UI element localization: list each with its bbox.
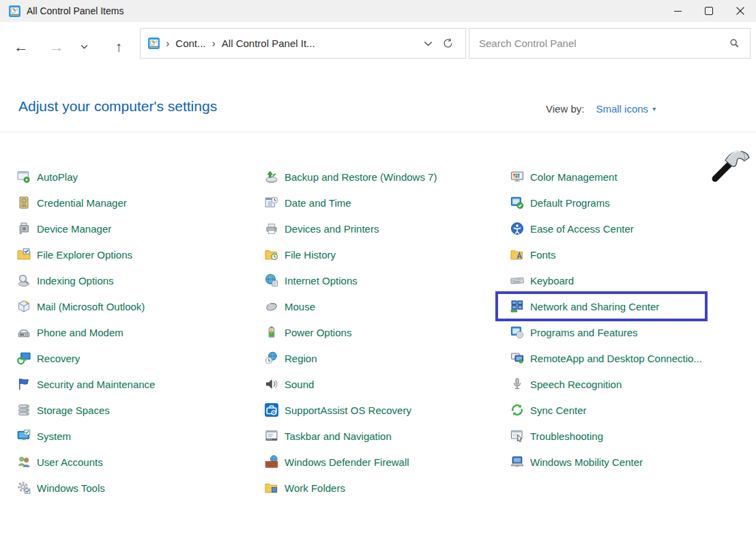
item-sync-center[interactable]: Sync Center: [510, 397, 751, 423]
forward-button[interactable]: →: [44, 22, 70, 72]
item-credential-manager[interactable]: Credential Manager: [17, 190, 265, 216]
device-manager-icon: [17, 222, 31, 235]
item-fonts[interactable]: Fonts: [510, 241, 751, 267]
item-speech-recognition[interactable]: Speech Recognition: [510, 371, 751, 397]
page-title: Adjust your computer's settings: [18, 98, 217, 115]
item-mouse[interactable]: Mouse: [265, 293, 510, 319]
chevron-down-icon: [81, 44, 88, 49]
address-dropdown-button[interactable]: [424, 41, 433, 46]
refresh-button[interactable]: [442, 38, 454, 49]
item-label: Backup and Restore (Windows 7): [285, 171, 437, 183]
mail-icon: [17, 299, 31, 313]
search-box[interactable]: [469, 28, 751, 59]
item-windows-tools[interactable]: Windows Tools: [17, 475, 265, 501]
items-column-3: Color Management Default Programs Ease o…: [510, 164, 751, 501]
sound-icon: [265, 377, 278, 391]
window-title: All Control Panel Items: [27, 5, 123, 16]
item-autoplay[interactable]: AutoPlay: [17, 164, 265, 190]
item-windows-mobility-center[interactable]: Windows Mobility Center: [510, 449, 751, 475]
item-label: Date and Time: [285, 197, 351, 209]
view-by-label: View by:: [546, 103, 584, 115]
item-sound[interactable]: Sound: [265, 371, 510, 397]
item-device-manager[interactable]: Device Manager: [17, 216, 265, 241]
address-bar[interactable]: › Cont... › All Control Panel It...: [140, 28, 466, 59]
item-remoteapp[interactable]: RemoteApp and Desktop Connectio...: [510, 345, 751, 371]
keyboard-icon: [510, 274, 524, 287]
item-label: Windows Defender Firewall: [285, 456, 409, 468]
item-keyboard[interactable]: Keyboard: [510, 267, 751, 293]
item-troubleshooting[interactable]: Troubleshooting: [510, 423, 751, 449]
item-mail[interactable]: Mail (Microsoft Outlook): [17, 293, 265, 319]
item-recovery[interactable]: Recovery: [17, 345, 265, 371]
item-devices-and-printers[interactable]: Devices and Printers: [265, 216, 510, 241]
item-label: Indexing Options: [37, 275, 114, 287]
item-label: Sound: [285, 379, 314, 390]
sync-center-icon: [510, 403, 524, 417]
internet-options-icon: [265, 274, 278, 287]
system-icon: [17, 429, 31, 443]
indexing-options-icon: [17, 274, 31, 287]
date-and-time-icon: [265, 196, 278, 209]
item-backup-and-restore[interactable]: Backup and Restore (Windows 7): [265, 164, 510, 190]
supportassist-os-recovery-icon: [265, 403, 278, 417]
item-label: Power Options: [285, 327, 351, 338]
control-panel-items-grid: AutoPlay Credential Manager Device Manag…: [0, 132, 756, 501]
item-taskbar-and-navigation[interactable]: Taskbar and Navigation: [265, 423, 510, 449]
item-windows-defender-firewall[interactable]: Windows Defender Firewall: [265, 449, 510, 475]
windows-defender-firewall-icon: [265, 455, 278, 469]
search-button[interactable]: [729, 38, 740, 48]
maximize-icon: [705, 7, 713, 15]
back-button[interactable]: ←: [8, 22, 34, 72]
item-region[interactable]: Region: [265, 345, 510, 371]
breadcrumb-control-panel[interactable]: Cont...: [175, 38, 205, 49]
breadcrumb-separator-icon: ›: [212, 38, 216, 49]
minimize-icon: [674, 11, 682, 12]
item-security-and-maintenance[interactable]: Security and Maintenance: [17, 371, 265, 397]
item-phone-and-modem[interactable]: Phone and Modem: [17, 319, 265, 345]
item-storage-spaces[interactable]: Storage Spaces: [17, 397, 265, 423]
item-supportassist-os-recovery[interactable]: SupportAssist OS Recovery: [265, 397, 510, 423]
speech-recognition-icon: [510, 377, 524, 391]
window-controls: [662, 0, 756, 22]
item-label: Color Management: [530, 171, 617, 183]
item-date-and-time[interactable]: Date and Time: [265, 190, 510, 216]
item-power-options[interactable]: Power Options: [265, 319, 510, 345]
items-column-2: Backup and Restore (Windows 7) Date and …: [265, 164, 510, 501]
recent-locations-button[interactable]: [74, 22, 94, 72]
item-file-explorer-options[interactable]: File Explorer Options: [17, 241, 265, 267]
item-indexing-options[interactable]: Indexing Options: [17, 267, 265, 293]
close-button[interactable]: [725, 0, 756, 22]
item-programs-and-features[interactable]: Programs and Features: [510, 319, 751, 345]
item-label: RemoteApp and Desktop Connectio...: [530, 353, 702, 364]
item-work-folders[interactable]: Work Folders: [265, 475, 510, 501]
search-input[interactable]: [469, 38, 729, 49]
item-ease-of-access-center[interactable]: Ease of Access Center: [510, 216, 751, 241]
item-internet-options[interactable]: Internet Options: [265, 267, 510, 293]
recovery-icon: [17, 351, 31, 365]
maximize-button[interactable]: [693, 0, 725, 22]
phone-and-modem-icon: [17, 325, 31, 339]
item-file-history[interactable]: File History: [265, 241, 510, 267]
up-icon: ↑: [115, 39, 123, 55]
remoteapp-icon: [510, 351, 524, 365]
item-label: Windows Mobility Center: [530, 456, 643, 468]
item-default-programs[interactable]: Default Programs: [510, 190, 751, 216]
ease-of-access-center-icon: [510, 222, 524, 235]
item-label: Troubleshooting: [530, 430, 603, 442]
minimize-button[interactable]: [662, 0, 693, 22]
item-network-and-sharing-center[interactable]: Network and Sharing Center: [510, 293, 751, 319]
item-label: Recovery: [37, 353, 80, 364]
mouse-icon: [265, 299, 278, 313]
item-label: Default Programs: [530, 197, 610, 209]
windows-mobility-center-icon: [510, 455, 524, 469]
view-by-value: Small icons: [596, 103, 648, 115]
item-system[interactable]: System: [17, 423, 265, 449]
item-label: Sync Center: [530, 405, 587, 416]
up-button[interactable]: ↑: [105, 22, 132, 72]
breadcrumb-all-control-panel-items[interactable]: All Control Panel It...: [222, 38, 315, 49]
item-user-accounts[interactable]: User Accounts: [17, 449, 265, 475]
control-panel-icon: [148, 38, 160, 49]
windows-tools-icon: [17, 481, 31, 495]
user-accounts-icon: [17, 455, 31, 469]
view-by-dropdown[interactable]: Small icons ▾: [596, 103, 656, 115]
